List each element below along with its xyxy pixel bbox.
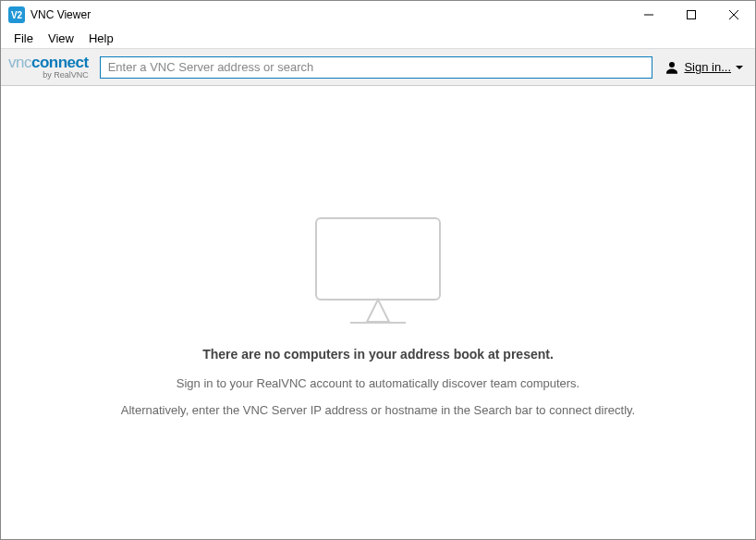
empty-text-2: Alternatively, enter the VNC Server IP a…	[121, 403, 635, 417]
search-input[interactable]	[100, 56, 653, 79]
brand-logo: vncconnect by RealVNC	[8, 55, 89, 80]
signin-button[interactable]: Sign in...	[660, 59, 748, 76]
menu-file[interactable]: File	[6, 30, 41, 47]
user-icon	[664, 59, 680, 76]
svg-rect-0	[688, 11, 696, 19]
empty-text-1: Sign in to your RealVNC account to autom…	[177, 376, 579, 390]
app-icon: V2	[8, 6, 25, 23]
window-title: VNC Viewer	[30, 8, 91, 21]
minimize-button[interactable]	[628, 1, 670, 29]
svg-point-1	[669, 62, 675, 68]
brand-text-vnc: vnc	[8, 54, 31, 71]
close-button[interactable]	[713, 1, 755, 29]
signin-label: Sign in...	[684, 60, 731, 74]
svg-rect-2	[316, 218, 440, 300]
menu-view[interactable]: View	[41, 30, 81, 47]
titlebar: V2 VNC Viewer	[1, 1, 755, 29]
maximize-button[interactable]	[670, 1, 713, 29]
empty-heading: There are no computers in your address b…	[202, 347, 554, 362]
menubar: File View Help	[1, 29, 755, 49]
maximize-icon	[687, 10, 696, 19]
monitor-icon	[313, 215, 443, 326]
toolbar: vncconnect by RealVNC Sign in...	[1, 49, 755, 86]
close-icon	[729, 10, 738, 19]
brand-text-connect: connect	[31, 54, 89, 71]
chevron-down-icon	[735, 63, 744, 72]
brand-subtext: by RealVNC	[43, 71, 89, 80]
window-controls	[628, 1, 755, 29]
minimize-icon	[644, 10, 653, 19]
menu-help[interactable]: Help	[81, 30, 121, 47]
main-content: There are no computers in your address b…	[1, 86, 755, 539]
